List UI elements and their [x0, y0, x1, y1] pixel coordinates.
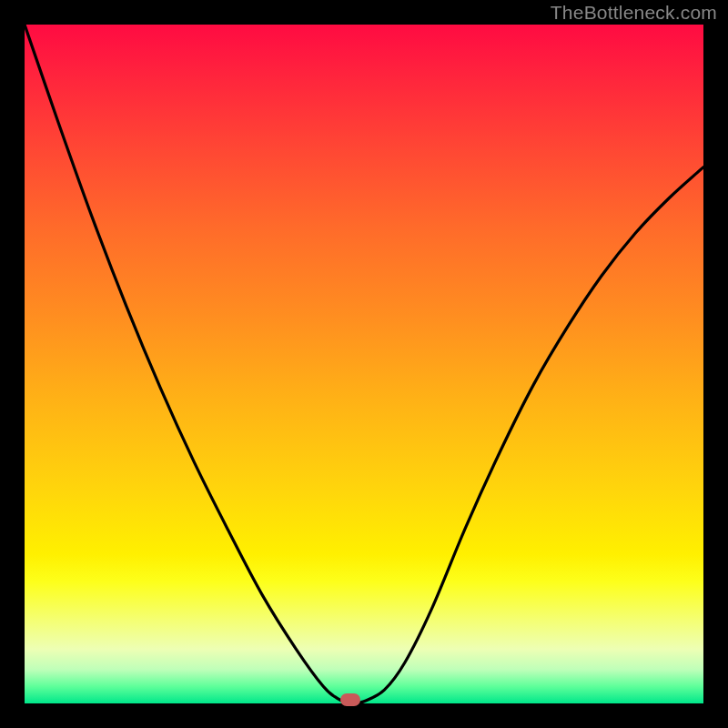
watermark-text: TheBottleneck.com [551, 2, 717, 24]
optimum-marker [340, 693, 360, 706]
plot-area [25, 25, 703, 703]
bottleneck-curve [25, 25, 703, 703]
chart-frame: TheBottleneck.com [0, 0, 728, 728]
